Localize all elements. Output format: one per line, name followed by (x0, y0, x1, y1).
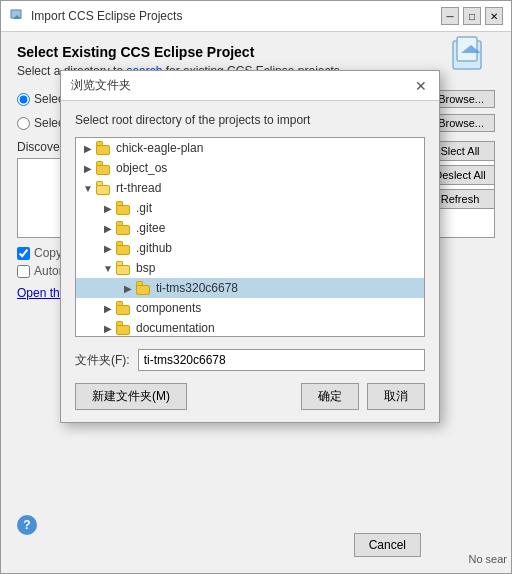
tree-item-label: .gitee (136, 221, 165, 235)
tree-item-selected[interactable]: ▶ ti-tms320c6678 (76, 278, 424, 298)
chevron-down-icon: ▼ (100, 260, 116, 276)
tree-item-label: ti-tms320c6678 (156, 281, 238, 295)
dialog-instruction: Select root directory of the projects to… (75, 113, 425, 127)
tree-item[interactable]: ▶ .git (76, 198, 424, 218)
main-titlebar: Import CCS Eclipse Projects ─ □ ✕ (1, 1, 511, 32)
chevron-down-icon: ▼ (80, 180, 96, 196)
chevron-right-icon: ▶ (80, 140, 96, 156)
tree-item[interactable]: ▶ chick-eagle-plan (76, 138, 424, 158)
chevron-right-icon: ▶ (120, 280, 136, 296)
tree-item[interactable]: ▶ .github (76, 238, 424, 258)
tree-item-label: documentation (136, 321, 215, 335)
tree-item-label: bsp (136, 261, 155, 275)
tree-item-label: rt-thread (116, 181, 161, 195)
dialog-buttons: 新建文件夹(M) 确定 取消 (75, 383, 425, 410)
ok-button[interactable]: 确定 (301, 383, 359, 410)
tree-item-label: object_os (116, 161, 167, 175)
browse-dialog: 浏览文件夹 ✕ Select root directory of the pro… (60, 70, 440, 423)
ok-cancel-buttons: 确定 取消 (301, 383, 425, 410)
file-tree[interactable]: ▶ chick-eagle-plan ▶ object_os (75, 137, 425, 337)
folder-row: 文件夹(F): (75, 349, 425, 371)
dialog-close-button[interactable]: ✕ (413, 78, 429, 94)
folder-label: 文件夹(F): (75, 352, 130, 369)
tree-item-label: chick-eagle-plan (116, 141, 203, 155)
chevron-right-icon: ▶ (100, 240, 116, 256)
folder-input[interactable] (138, 349, 425, 371)
autom-checkbox[interactable] (17, 265, 30, 278)
ccs-logo (447, 31, 495, 79)
dialog-title: 浏览文件夹 (71, 77, 131, 94)
tree-item[interactable]: ▶ object_os (76, 158, 424, 178)
main-title: Import CCS Eclipse Projects (31, 9, 435, 23)
close-button[interactable]: ✕ (485, 7, 503, 25)
tree-item-label: .github (136, 241, 172, 255)
tree-item-label: .git (136, 201, 152, 215)
maximize-button[interactable]: □ (463, 7, 481, 25)
tree-item[interactable]: ▶ .gitee (76, 218, 424, 238)
tree-item[interactable]: ▼ bsp (76, 258, 424, 278)
chevron-right-icon: ▶ (80, 160, 96, 176)
tree-item[interactable]: ▼ rt-thread (76, 178, 424, 198)
main-heading: Select Existing CCS Eclipse Project (17, 44, 495, 60)
dialog-titlebar: 浏览文件夹 ✕ (61, 71, 439, 101)
chevron-right-icon: ▶ (100, 220, 116, 236)
minimize-button[interactable]: ─ (441, 7, 459, 25)
import-icon (9, 8, 25, 24)
tree-item[interactable]: ▶ documentation (76, 318, 424, 336)
dialog-body: Select root directory of the projects to… (61, 101, 439, 422)
window-controls: ─ □ ✕ (441, 7, 503, 25)
no-search-text: No sear (468, 553, 507, 565)
help-button[interactable]: ? (17, 515, 37, 535)
cancel-dialog-button[interactable]: 取消 (367, 383, 425, 410)
chevron-right-icon: ▶ (100, 320, 116, 336)
chevron-right-icon: ▶ (100, 200, 116, 216)
cancel-main-button[interactable]: Cancel (354, 533, 421, 557)
chevron-right-icon: ▶ (100, 300, 116, 316)
radio1-input[interactable] (17, 93, 30, 106)
new-folder-button[interactable]: 新建文件夹(M) (75, 383, 187, 410)
open-link[interactable]: Open the (17, 286, 66, 300)
radio2-input[interactable] (17, 117, 30, 130)
tree-item[interactable]: ▶ components (76, 298, 424, 318)
copy-checkbox[interactable] (17, 247, 30, 260)
tree-item-label: components (136, 301, 201, 315)
